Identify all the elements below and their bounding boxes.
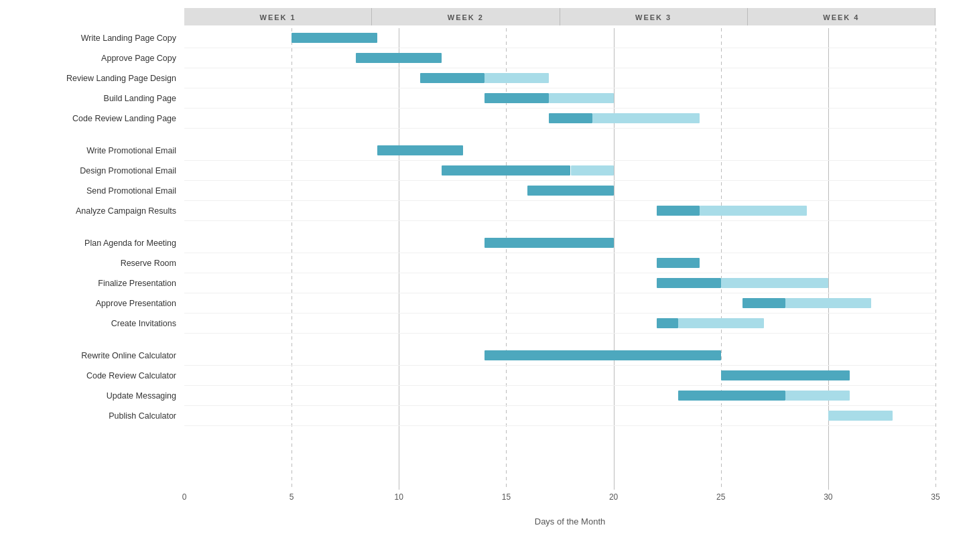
bar-area xyxy=(184,293,935,313)
task-row: Design Promotional Email xyxy=(13,161,956,181)
bar-area xyxy=(184,233,935,253)
x-axis-label: Days of the Month xyxy=(184,516,956,527)
bar-area xyxy=(184,313,935,334)
week-label: WEEK 4 xyxy=(748,8,935,25)
bar-dark xyxy=(721,370,850,380)
task-label: Write Landing Page Copy xyxy=(13,33,184,43)
task-row: Finalize Presentation xyxy=(13,273,956,293)
week-header-row: WEEK 1WEEK 2WEEK 3WEEK 4 xyxy=(184,8,935,25)
bar-light xyxy=(484,73,549,83)
task-label: Reserve Room xyxy=(13,259,184,268)
bar-dark xyxy=(484,93,549,103)
bar-area xyxy=(184,406,935,426)
task-label: Code Review Landing Page xyxy=(13,114,184,123)
task-row: Approve Presentation xyxy=(13,293,956,313)
task-label: Analyze Campaign Results xyxy=(13,206,184,216)
week-label: WEEK 3 xyxy=(560,8,748,25)
x-tick: 30 xyxy=(824,492,832,502)
bar-area xyxy=(184,88,935,109)
task-row: Build Landing Page xyxy=(13,88,956,109)
task-row: Publish Calculator xyxy=(13,406,956,426)
task-label: Send Promotional Email xyxy=(13,186,184,196)
bar-area xyxy=(184,386,935,406)
task-row: Write Promotional Email xyxy=(13,141,956,161)
bar-dark xyxy=(549,113,592,123)
bar-area xyxy=(184,201,935,221)
bar-area xyxy=(184,48,935,68)
bar-light xyxy=(592,113,700,123)
task-label: Build Landing Page xyxy=(13,94,184,103)
bar-dark xyxy=(377,145,463,155)
task-row: Rewrite Online Calculator xyxy=(13,346,956,366)
bar-area xyxy=(184,366,935,386)
bar-light xyxy=(721,278,828,288)
task-label: Create Invitations xyxy=(13,319,184,328)
bar-area xyxy=(184,181,935,201)
task-label: Update Messaging xyxy=(13,391,184,401)
bar-dark xyxy=(527,186,613,196)
chart-container: WEEK 1WEEK 2WEEK 3WEEK 4 Write Landing P… xyxy=(0,0,969,560)
task-label: Publish Calculator xyxy=(13,411,184,421)
task-row: Approve Page Copy xyxy=(13,48,956,68)
x-tick: 0 xyxy=(182,492,187,502)
bar-light xyxy=(785,298,871,308)
bar-area xyxy=(184,68,935,88)
task-row: Update Messaging xyxy=(13,386,956,406)
x-tick: 20 xyxy=(609,492,618,502)
bar-dark xyxy=(484,238,613,248)
x-axis: 05101520253035 xyxy=(184,492,935,512)
bar-area xyxy=(184,273,935,293)
bar-area xyxy=(184,109,935,129)
bar-dark xyxy=(657,206,700,216)
bar-area xyxy=(184,141,935,161)
bar-dark xyxy=(356,53,442,63)
task-row: Write Landing Page Copy xyxy=(13,28,956,48)
bar-light xyxy=(785,391,850,401)
bar-light xyxy=(571,165,614,176)
x-tick: 25 xyxy=(716,492,725,502)
bar-light xyxy=(549,93,613,103)
bar-dark xyxy=(484,350,720,360)
x-tick: 35 xyxy=(931,492,940,502)
task-label: Review Landing Page Design xyxy=(13,74,184,83)
bar-light xyxy=(700,206,807,216)
bar-dark xyxy=(420,73,484,83)
task-label: Approve Presentation xyxy=(13,299,184,308)
task-label: Plan Agenda for Meeting xyxy=(13,238,184,248)
task-row: Analyze Campaign Results xyxy=(13,201,956,221)
bar-dark xyxy=(442,165,570,176)
bar-dark xyxy=(657,278,721,288)
bar-light xyxy=(828,411,893,421)
group-spacer xyxy=(13,221,956,233)
task-row: Review Landing Page Design xyxy=(13,68,956,88)
group-spacer xyxy=(13,334,956,346)
week-label: WEEK 1 xyxy=(184,8,372,25)
x-tick: 10 xyxy=(395,492,403,502)
x-tick: 15 xyxy=(502,492,511,502)
task-label: Code Review Calculator xyxy=(13,371,184,380)
bar-dark xyxy=(657,318,678,328)
week-label: WEEK 2 xyxy=(372,8,560,25)
bar-dark xyxy=(742,298,785,308)
task-label: Rewrite Online Calculator xyxy=(13,351,184,360)
bar-dark xyxy=(292,33,377,43)
x-tick: 5 xyxy=(289,492,294,502)
bar-dark xyxy=(678,391,785,401)
task-row: Code Review Landing Page xyxy=(13,109,956,129)
bar-light xyxy=(678,318,764,328)
task-label: Write Promotional Email xyxy=(13,146,184,155)
task-label: Finalize Presentation xyxy=(13,279,184,288)
bar-dark xyxy=(657,258,700,268)
group-spacer xyxy=(13,129,956,141)
task-row: Code Review Calculator xyxy=(13,366,956,386)
bar-area xyxy=(184,346,935,366)
bar-area xyxy=(184,253,935,273)
task-row: Plan Agenda for Meeting xyxy=(13,233,956,253)
task-row: Send Promotional Email xyxy=(13,181,956,201)
bar-area xyxy=(184,28,935,48)
bar-area xyxy=(184,161,935,181)
task-label: Design Promotional Email xyxy=(13,166,184,176)
task-row: Reserve Room xyxy=(13,253,956,273)
task-label: Approve Page Copy xyxy=(13,54,184,63)
task-row: Create Invitations xyxy=(13,313,956,334)
